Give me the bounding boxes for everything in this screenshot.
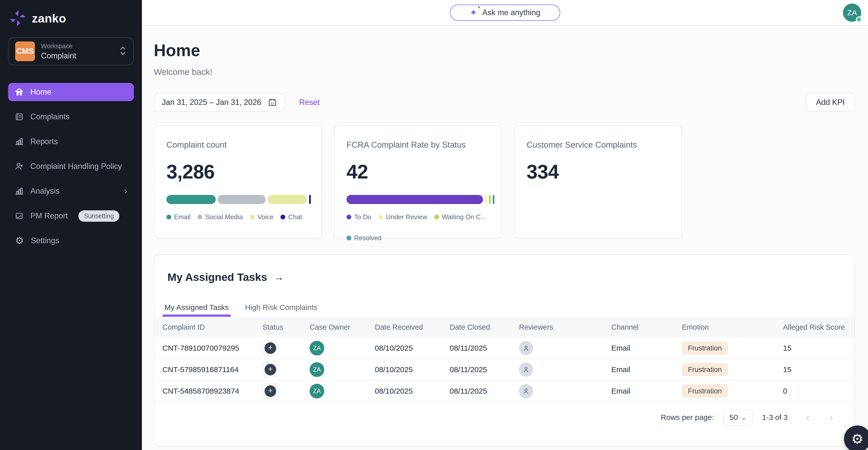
avatar-initials: ZA [847, 8, 857, 17]
emotion-badge: Frustration [682, 342, 728, 355]
col-status: Status [262, 323, 310, 331]
legend-item: Email [166, 213, 190, 221]
date-closed: 08/11/2025 [450, 365, 519, 374]
pagination-range: 1-3 of 3 [762, 413, 788, 422]
date-closed: 08/11/2025 [450, 344, 519, 352]
legend-dot [197, 215, 202, 219]
reviewer-avatar[interactable] [519, 341, 533, 355]
status-add-button[interactable]: + [262, 383, 278, 399]
user-avatar[interactable]: ZA [843, 4, 861, 22]
legend-dot [346, 215, 351, 219]
date-closed: 08/11/2025 [450, 387, 519, 395]
case-owner-avatar: ZA [310, 341, 324, 355]
col-date-received: Date Received [375, 323, 450, 331]
panel-title: My Assigned Tasks [167, 271, 267, 283]
table-row[interactable]: CNT-57985916871164 + ZA 08/10/2025 08/11… [154, 359, 854, 381]
channel: Email [611, 387, 682, 395]
complaint-id: CNT-54858708923874 [154, 387, 262, 395]
reviewer-avatar[interactable] [519, 362, 533, 377]
svg-text:12: 12 [271, 102, 274, 105]
tab-my-assigned-tasks[interactable]: My Assigned Tasks [162, 303, 231, 317]
kpi-value: 42 [346, 160, 489, 183]
date-received: 08/10/2025 [375, 344, 450, 352]
complaints-icon [15, 112, 24, 121]
date-received: 08/10/2025 [375, 387, 450, 395]
plus-icon: + [265, 364, 276, 376]
col-complaint-id: Complaint ID [154, 323, 262, 331]
status-add-button[interactable]: + [262, 340, 278, 356]
sidebar-item-reports[interactable]: Reports [8, 132, 134, 151]
sidebar-item-label: Analysis [30, 187, 59, 196]
sidebar-item-settings[interactable]: ⚙ Settings [8, 232, 134, 250]
legend-dot [378, 215, 383, 219]
sidebar-item-pm-report[interactable]: PM Report Sunsetting [8, 207, 134, 225]
sidebar-item-label: Settings [31, 236, 59, 245]
kpi-card-complaint-count[interactable]: Complaint count 3,286 EmailSocial MediaV… [154, 125, 322, 239]
sparkle-icon: ✦✦ [470, 8, 477, 17]
complaint-id: CNT-57985916871164 [154, 365, 262, 374]
complaint-id: CNT-78910070079295 [154, 344, 262, 352]
logo: zanko [8, 8, 134, 29]
person-icon [522, 387, 530, 395]
sidebar-item-complaint-handling-policy[interactable]: Complaint Handling Policy [8, 157, 134, 175]
legend-item: Resolved [346, 234, 381, 242]
bar-segment [493, 195, 494, 204]
date-range-picker[interactable]: Jan 31, 2025 – Jan 31, 2026 12 [154, 93, 285, 112]
col-case-owner: Case Owner [310, 323, 375, 331]
legend-label: Under Review [386, 213, 427, 221]
alleged-risk-score: 15 [783, 344, 854, 352]
sidebar-item-label: PM Report [30, 211, 68, 220]
reset-link[interactable]: Reset [299, 98, 320, 107]
col-reviewers: Reviewers [519, 323, 611, 331]
bar-segment [485, 195, 487, 204]
workspace-selector[interactable]: CMS Workspace Complaint [8, 37, 134, 65]
stacked-bar [346, 195, 489, 204]
workspace-label: Workspace [41, 42, 76, 50]
sidebar-item-home[interactable]: Home [8, 83, 134, 101]
reviewer-avatar[interactable] [519, 384, 533, 398]
legend-label: Resolved [354, 234, 381, 242]
case-owner-avatar: ZA [310, 384, 324, 398]
case-owner-avatar: ZA [310, 362, 324, 377]
chevron-down-icon: ⌄ [741, 414, 747, 421]
workspace-name: Complaint [41, 51, 76, 60]
person-icon [522, 366, 530, 374]
table-row[interactable]: CNT-78910070079295 + ZA 08/10/2025 08/11… [154, 338, 854, 359]
online-status-dot [856, 17, 862, 23]
status-add-button[interactable]: + [262, 362, 278, 378]
next-page-button[interactable]: › [829, 412, 833, 423]
legend-label: To Do [354, 213, 371, 221]
sidebar-item-label: Complaints [30, 112, 69, 121]
sidebar-item-label: Home [30, 88, 51, 97]
arrow-right-icon[interactable]: → [274, 271, 284, 283]
gear-icon: ⚙ [15, 236, 24, 246]
home-icon [15, 88, 24, 97]
sidebar-item-label: Reports [30, 137, 58, 146]
ask-me-anything-label: Ask me anything [482, 8, 540, 17]
ask-me-anything-button[interactable]: ✦✦ Ask me anything [450, 5, 560, 21]
gear-icon: ⚙ [851, 432, 863, 446]
sidebar-item-label: Complaint Handling Policy [30, 162, 122, 171]
previous-page-button[interactable]: ‹ [806, 412, 810, 423]
bar-segment [166, 195, 216, 204]
sidebar-item-complaints[interactable]: Complaints [8, 108, 134, 126]
zanko-sparkle-icon [8, 9, 27, 28]
table-row[interactable]: CNT-54858708923874 + ZA 08/10/2025 08/11… [154, 381, 854, 402]
table-header: Complaint ID Status Case Owner Date Rece… [154, 317, 854, 338]
col-alleged-risk-score: Alleged Risk Score [783, 323, 854, 331]
tab-high-risk-complaints[interactable]: High Risk Complaints [243, 303, 320, 317]
add-kpi-button[interactable]: Add KPI [806, 93, 855, 112]
rows-per-page-select[interactable]: 50 ⌄ [723, 409, 753, 426]
kpi-card-customer-service[interactable]: Customer Service Complaints 334 [514, 125, 682, 239]
sidebar-item-analysis[interactable]: Analysis › [8, 182, 134, 200]
pm-report-icon [15, 211, 24, 220]
date-range-value: Jan 31, 2025 – Jan 31, 2026 [162, 98, 261, 107]
emotion-badge: Frustration [682, 363, 728, 376]
calendar-icon: 12 [268, 98, 277, 107]
analysis-icon [15, 187, 24, 196]
kpi-card-fcra-rate[interactable]: FCRA Complaint Rate by Status 42 To DoUn… [334, 125, 502, 239]
bar-segment [268, 195, 307, 204]
plus-icon: + [265, 385, 276, 397]
rows-per-page-label: Rows per page: [661, 413, 714, 422]
legend-dot [280, 215, 285, 219]
